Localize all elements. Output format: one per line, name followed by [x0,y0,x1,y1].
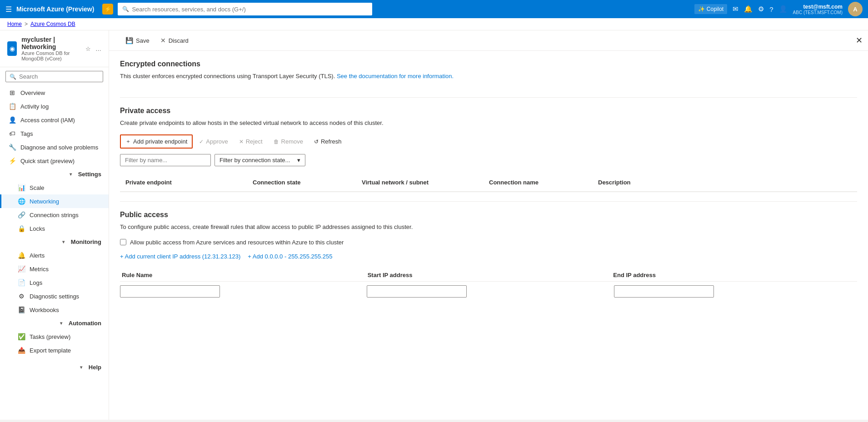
allow-public-access-label[interactable]: Allow public access from Azure services … [130,239,344,246]
table-header-row: Private endpoint Connection state Virtua… [120,174,857,192]
save-label: Save [136,37,150,44]
sidebar-item-alerts-label: Alerts [30,252,45,259]
avatar[interactable]: A [848,2,863,16]
sidebar-item-metrics-label: Metrics [30,266,49,273]
sidebar-item-diagnose[interactable]: 🔧 Diagnose and solve problems [0,140,109,154]
user-info: test@msft.com ABC (TEST.MSFT.COM) [793,4,843,15]
discard-button[interactable]: ✕ Discard [155,34,194,47]
sidebar-header: ◉ mycluster | Networking Azure Cosmos DB… [0,30,109,67]
sidebar-item-overview-label: Overview [20,89,45,96]
sidebar-nav: ⊞ Overview 📋 Activity log 👤 Access contr… [0,86,109,420]
sidebar-item-tasks[interactable]: ✅ Tasks (preview) [0,330,109,343]
sidebar-item-tags[interactable]: 🏷 Tags [0,127,109,140]
sidebar-automation-label: Automation [69,320,101,327]
sidebar-item-connection-label: Connection strings [30,212,79,218]
bell-icon[interactable]: 🔔 [744,5,753,13]
sidebar-item-activity-log[interactable]: 📋 Activity log [0,99,109,113]
firewall-table-row [120,285,857,298]
sidebar-section-automation[interactable]: ▾ Automation [0,317,109,330]
public-access-checkbox-row: Allow public access from Azure services … [120,239,857,246]
save-icon: 💾 [125,37,133,44]
fw-col-end-ip: End IP address [611,272,857,278]
close-panel-button[interactable]: ✕ [856,35,863,45]
allow-public-access-checkbox[interactable] [120,239,126,245]
sidebar-item-locks-label: Locks [30,225,45,232]
resource-name: mycluster | Networking [21,36,81,50]
logs-icon: 📄 [18,279,25,286]
user-profile-icon[interactable]: 👤 [779,5,788,13]
settings-icon[interactable]: ⚙ [758,5,764,13]
remove-label: Remove [281,138,303,145]
reject-label: Reject [246,138,263,145]
encrypted-connections-title: Encrypted connections [120,60,857,68]
topbar-search-input[interactable] [132,6,368,13]
sidebar-item-alerts[interactable]: 🔔 Alerts [0,248,109,262]
sidebar-item-connection-strings[interactable]: 🔗 Connection strings [0,208,109,222]
copilot-icon: ✨ [698,6,705,12]
sidebar-section-monitoring[interactable]: ▾ Monitoring [0,235,109,248]
tls-docs-link[interactable]: See the documentation for more informati… [337,73,454,79]
search-icon: 🔍 [122,6,129,12]
approve-label: Approve [206,138,228,145]
sidebar-item-quickstart-label: Quick start (preview) [20,158,75,164]
automation-chevron-icon: ▾ [60,321,62,326]
col-connection-name: Connection name [484,177,593,188]
add-all-ips-link[interactable]: + Add 0.0.0.0 - 255.255.255.255 [248,253,332,260]
sidebar-item-scale[interactable]: 📊 Scale [0,181,109,194]
sidebar-section-settings[interactable]: ▾ Settings [0,168,109,181]
breadcrumb-home[interactable]: Home [7,21,22,27]
diagnose-icon: 🔧 [9,144,16,151]
sidebar-item-diagnostic[interactable]: ⚙ Diagnostic settings [0,289,109,303]
remove-icon: 🗑 [274,139,279,145]
sidebar-item-logs[interactable]: 📄 Logs [0,276,109,289]
discard-label: Discard [169,37,189,44]
user-name: test@msft.com [803,4,843,10]
end-ip-input[interactable] [614,285,714,298]
sidebar-item-overview[interactable]: ⊞ Overview [0,86,109,99]
sidebar-item-workbooks[interactable]: 📓 Workbooks [0,303,109,317]
sidebar-item-quickstart[interactable]: ⚡ Quick start (preview) [0,154,109,168]
sidebar-item-help[interactable]: ▾ Help [0,361,109,374]
save-button[interactable]: 💾 Save [120,34,155,47]
sidebar-item-access-control[interactable]: 👤 Access control (IAM) [0,113,109,127]
favorite-icon[interactable]: ☆ [85,45,91,52]
sidebar-search-input[interactable] [19,73,99,80]
sidebar-item-locks[interactable]: 🔒 Locks [0,222,109,235]
resource-subtitle: Azure Cosmos DB for MongoDB (vCore) [21,50,81,61]
filter-state-dropdown[interactable]: Filter by connection state... ▾ [215,154,305,166]
add-endpoint-label: Add private endpoint [133,138,187,145]
public-access-section: Public access To configure public access… [109,202,868,307]
remove-button[interactable]: 🗑 Remove [269,136,308,147]
add-private-endpoint-button[interactable]: ＋ Add private endpoint [120,134,193,149]
sidebar-item-diagnose-label: Diagnose and solve problems [20,144,98,151]
approve-button[interactable]: ✓ Approve [195,136,232,147]
more-options-icon[interactable]: … [95,45,101,52]
sidebar-item-export-label: Export template [30,347,71,354]
sidebar-item-activity-label: Activity log [20,103,49,110]
filter-name-input[interactable] [120,154,211,166]
sidebar-item-networking[interactable]: 🌐 Networking [0,194,109,208]
breadcrumb: Home > Azure Cosmos DB [0,18,868,30]
sidebar-search-box[interactable]: 🔍 [5,71,103,82]
sidebar-item-metrics[interactable]: 📈 Metrics [0,262,109,276]
reject-button[interactable]: ✕ Reject [234,136,267,147]
sidebar-item-export-template[interactable]: 📤 Export template [0,343,109,357]
breadcrumb-separator: > [25,21,28,27]
copilot-button[interactable]: ✨ Copilot [694,4,727,14]
resource-info: mycluster | Networking Azure Cosmos DB f… [21,36,81,61]
add-client-ip-link[interactable]: + Add current client IP address (12.31.2… [120,253,240,260]
breadcrumb-cosmos[interactable]: Azure Cosmos DB [30,21,75,27]
scale-icon: 📊 [18,184,25,191]
private-access-action-bar: ＋ Add private endpoint ✓ Approve ✕ Rejec… [120,134,857,149]
activity-log-icon: 📋 [9,103,16,110]
refresh-button[interactable]: ↺ Refresh [309,136,346,147]
topbar-search-box[interactable]: 🔍 [118,3,372,15]
rule-name-input[interactable] [120,285,220,298]
mail-icon[interactable]: ✉ [733,5,738,13]
copilot-label: Copilot [707,6,723,12]
topbar-title: Microsoft Azure (Preview) [16,5,94,13]
start-ip-input[interactable] [367,285,467,298]
hamburger-icon[interactable]: ☰ [5,5,12,14]
quickstart-icon: ⚡ [9,157,16,164]
help-icon[interactable]: ? [769,5,773,13]
